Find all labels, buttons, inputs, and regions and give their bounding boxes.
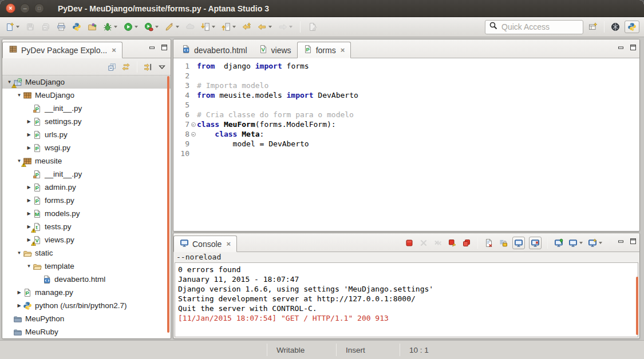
tree-item-settings-py[interactable]: ▶Psettings.py (2, 115, 171, 128)
close-icon[interactable]: × (341, 46, 345, 54)
dropdown-caret-icon[interactable] (155, 26, 159, 28)
clear-console-button[interactable] (484, 238, 494, 248)
tree-item-meupython[interactable]: MeuPython (2, 312, 171, 325)
code-line-7[interactable]: 7class MeuForm(forms.ModelForm): (173, 119, 639, 129)
maximize-icon[interactable] (629, 43, 637, 51)
fold-marker-icon[interactable] (189, 132, 197, 137)
tree-item-meuruby[interactable]: MeuRuby (2, 325, 171, 338)
tree-item-admin-py[interactable]: ▶Padmin.py (2, 181, 171, 194)
python-button[interactable] (72, 22, 82, 32)
view-menu-button[interactable] (157, 62, 166, 71)
tree-item-meudjango[interactable]: ▼PMeuDjango (2, 75, 171, 89)
code-line-4[interactable]: 4from meusite.models import DevAberto (173, 90, 639, 100)
code-line-1[interactable]: 1from django import forms (173, 61, 639, 71)
maximize-icon[interactable] (629, 237, 637, 245)
tree-collapsed-arrow-icon[interactable]: ▶ (15, 290, 23, 295)
tree-item-manage-py[interactable]: ▶Pmanage.py (2, 286, 171, 299)
minimize-icon[interactable] (617, 43, 625, 51)
tree-item-views-py[interactable]: ▶Vviews.py (2, 233, 171, 246)
quick-access-input[interactable] (500, 22, 572, 32)
tree-expanded-arrow-icon[interactable]: ▼ (15, 250, 23, 256)
tree-item-tests-py[interactable]: ▶ttests.py (2, 220, 171, 233)
link-editor-button[interactable] (121, 62, 131, 71)
dropdown-caret-icon[interactable] (579, 242, 583, 244)
close-icon[interactable]: × (226, 240, 231, 248)
tree-item--init-py[interactable]: P__init__.py (2, 102, 171, 115)
open-console-button[interactable] (587, 238, 603, 248)
next-annotation-button[interactable] (200, 22, 216, 32)
tree-item-forms-py[interactable]: ▶Pforms.py (2, 194, 171, 207)
code-line-10[interactable]: 10 (173, 149, 639, 158)
tree-item-urls-py[interactable]: ▶Purls.py (2, 128, 171, 141)
run-coverage-button[interactable] (144, 22, 159, 32)
tab-console[interactable]: Console × (173, 236, 237, 252)
sync-arrows-button[interactable] (144, 62, 153, 71)
tree-expanded-arrow-icon[interactable]: ▼ (15, 93, 23, 98)
quick-access-box[interactable] (485, 20, 583, 34)
run-button[interactable] (123, 22, 139, 32)
tree-item-static[interactable]: ▼static (2, 246, 171, 260)
code-editor[interactable]: 1from django import forms23# Importa mod… (173, 58, 639, 231)
debug-button[interactable] (102, 22, 118, 32)
code-line-5[interactable]: 5 (173, 100, 639, 110)
dropdown-caret-icon[interactable] (268, 26, 272, 28)
show-stdout-button[interactable] (512, 237, 525, 249)
dropdown-caret-icon[interactable] (114, 26, 117, 28)
tree-item-python-usr-bin-python2-7-[interactable]: ▶python (/usr/bin/python2.7) (2, 299, 171, 312)
console-output[interactable]: 0 errors foundJanuary 11, 2015 - 18:07:4… (175, 262, 638, 337)
tree-item-meudjango[interactable]: ▼MeuDjango (2, 89, 171, 102)
dropdown-caret-icon[interactable] (212, 26, 215, 28)
tree-collapsed-arrow-icon[interactable]: ▶ (25, 132, 33, 137)
window-minimize-icon[interactable]: – (20, 3, 30, 13)
maximize-icon[interactable] (160, 43, 168, 51)
dropdown-caret-icon[interactable] (599, 242, 602, 244)
tree-collapsed-arrow-icon[interactable]: ▶ (25, 198, 33, 203)
tab-package-explorer[interactable]: PyDev Package Explo... × (2, 42, 123, 58)
explorer-scrollbar[interactable] (167, 76, 169, 333)
show-stderr-button[interactable] (529, 237, 542, 249)
tab-devaberto-html[interactable]: devaberto.html (176, 42, 253, 58)
tab-views[interactable]: Vviews (253, 42, 297, 58)
tree-collapsed-arrow-icon[interactable]: ▶ (15, 303, 23, 308)
close-icon[interactable]: × (112, 46, 116, 54)
terminate-all-button[interactable] (461, 238, 472, 248)
tree-collapsed-arrow-icon[interactable]: ▶ (25, 211, 33, 216)
dropdown-caret-icon[interactable] (289, 26, 293, 28)
open-perspective-button[interactable] (588, 22, 598, 32)
tree-item--init-py[interactable]: P__init__.py (2, 167, 171, 181)
tree-item-models-py[interactable]: ▶Mmodels.py (2, 207, 171, 220)
open-folder-button[interactable] (87, 22, 97, 32)
tree-collapsed-arrow-icon[interactable]: ▶ (25, 145, 33, 150)
dropdown-caret-icon[interactable] (135, 26, 138, 28)
brush-button[interactable] (164, 22, 180, 32)
tree-item-devaberto-html[interactable]: devaberto.html (2, 273, 171, 286)
code-line-8[interactable]: 8 class Meta: (173, 129, 639, 139)
window-maximize-icon[interactable]: □ (34, 3, 44, 13)
print-button[interactable] (56, 22, 66, 32)
collapse-all-button[interactable] (108, 62, 117, 71)
tree-item-template[interactable]: ▼template (2, 260, 171, 273)
dropdown-caret-icon[interactable] (16, 26, 19, 28)
window-close-icon[interactable]: × (6, 3, 15, 13)
tab-forms[interactable]: Pforms× (297, 42, 351, 58)
minimize-icon[interactable] (617, 237, 625, 245)
tree-collapsed-arrow-icon[interactable]: ▶ (25, 119, 33, 124)
back-button[interactable] (257, 22, 272, 32)
code-line-9[interactable]: 9 model = DevAberto (173, 139, 639, 149)
tree-item-meusite[interactable]: ▼meusite (2, 154, 171, 167)
console-scrollbar[interactable] (636, 277, 638, 335)
tree-collapsed-arrow-icon[interactable]: ▶ (25, 185, 33, 190)
fold-marker-icon[interactable] (189, 122, 197, 127)
tree-expanded-arrow-icon[interactable]: ▼ (25, 264, 33, 269)
code-line-2[interactable]: 2 (173, 71, 639, 81)
last-edit-button[interactable] (242, 22, 252, 32)
code-line-6[interactable]: 6# Cria classe do form para o modelo (173, 110, 639, 119)
python-perspective-button[interactable] (625, 21, 639, 33)
terminate-relaunch-button[interactable] (447, 238, 457, 248)
new-wizard-button[interactable] (5, 22, 20, 32)
dropdown-caret-icon[interactable] (232, 26, 236, 28)
aptana-perspective-button[interactable] (610, 22, 621, 32)
tree-item-wsgi-py[interactable]: ▶Pwsgi.py (2, 141, 171, 154)
terminate-button[interactable] (404, 238, 414, 248)
display-console-button[interactable] (568, 238, 583, 248)
